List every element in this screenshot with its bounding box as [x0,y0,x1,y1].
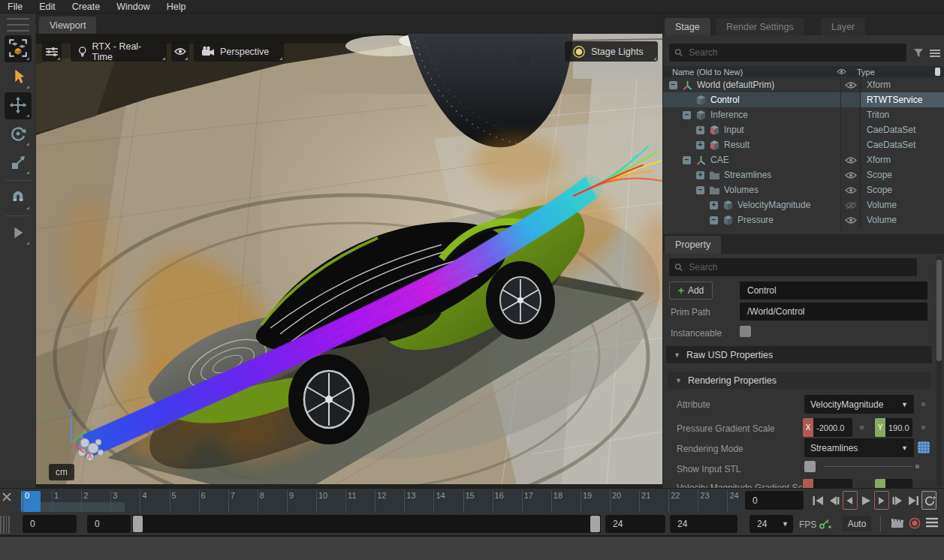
velocity-y-field[interactable] [885,479,912,488]
visibility-toggle[interactable] [840,137,860,152]
play-boxed-button[interactable] [874,491,889,510]
collapse-icon[interactable]: − [710,216,718,224]
skip-to-end-button[interactable] [906,491,921,510]
snap-tool-button[interactable] [5,185,32,212]
prim-path-field[interactable]: /World/Control [740,303,927,321]
visibility-toggle[interactable] [840,107,860,122]
collapse-icon[interactable]: − [669,81,677,89]
visibility-toggle[interactable] [840,77,860,92]
step-back-button[interactable] [827,491,842,510]
type-column-header[interactable]: Type [851,68,944,77]
tree-row-streamlines[interactable]: +StreamlinesScope [663,167,944,182]
move-tool-button[interactable] [5,92,32,119]
visibility-toggle[interactable] [840,212,860,227]
close-icon[interactable] [2,492,11,501]
stage-search-input[interactable] [687,47,901,59]
timeline-grip[interactable] [0,516,10,534]
tree-row-volumes[interactable]: −VolumesScope [663,182,944,197]
play-tool-button[interactable] [5,220,32,247]
add-button[interactable]: + Add [669,282,713,300]
toolbar-grip[interactable] [7,18,29,32]
visibility-toggle[interactable] [840,152,860,167]
visibility-button[interactable] [171,41,189,62]
range-end-field[interactable]: 24 [605,515,665,533]
fps-dropdown[interactable]: 24 ▼ [749,515,793,533]
scale-tool-button[interactable] [5,149,32,176]
tab-stage[interactable]: Stage [665,18,710,35]
menu-item-help[interactable]: Help [167,2,186,12]
tab-viewport[interactable]: Viewport [39,17,96,34]
expand-icon[interactable]: + [710,201,718,209]
play-button[interactable] [858,491,873,510]
visibility-toggle[interactable] [840,122,860,137]
viewport-canvas[interactable]: Z Y X RTX - Real-Time [36,34,662,484]
attribute-dropdown[interactable]: VelocityMagnitude ▼ [804,395,914,414]
keyframe-icon[interactable] [819,517,831,530]
rendering-mode-dropdown[interactable]: Streamlines ▼ [804,438,914,457]
clapperboard-icon[interactable] [891,517,904,528]
rendering-section-header[interactable]: ▼ Rendering Properties [668,372,930,389]
tree-row-cae[interactable]: −CAEXform [663,152,944,167]
menu-item-window[interactable]: Window [116,2,149,12]
stage-search[interactable] [669,44,906,62]
menu-item-create[interactable]: Create [72,2,101,12]
menu-item-edit[interactable]: Edit [39,2,56,12]
auto-key-button[interactable]: Auto [843,516,871,531]
playhead[interactable] [21,491,41,512]
instanceable-checkbox[interactable] [740,326,751,337]
visibility-toggle[interactable] [840,182,860,197]
tab-render-settings[interactable]: Render Settings [716,18,804,35]
tree-row-world-defaultprim-[interactable]: −World (defaultPrim)Xform [663,77,944,92]
play-backwards-button[interactable] [843,491,858,510]
show-input-stl-checkbox[interactable] [804,461,816,472]
raw-usd-section-header[interactable]: ▼ Raw USD Properties [666,346,932,363]
start-time-field[interactable]: 0 [23,515,77,533]
tree-row-velocitymagnitude[interactable]: +VelocityMagnitudeVolume [663,197,944,212]
viewport-settings-button[interactable] [42,41,62,62]
property-search[interactable] [669,258,917,276]
rotate-tool-button[interactable] [5,121,32,148]
skip-to-start-button[interactable] [811,491,826,510]
tree-row-input[interactable]: +InputCaeDataSet [663,122,944,137]
menu-item-file[interactable]: File [8,2,23,12]
scrollbar-right-handle[interactable] [590,516,600,532]
stage-options-icon[interactable] [929,49,941,58]
property-search-input[interactable] [687,261,912,273]
loop-button[interactable] [921,491,936,510]
prim-name-field[interactable]: Control [740,282,927,300]
timeline-scrollbar[interactable] [132,515,601,533]
tree-row-pressure[interactable]: −PressureVolume [663,212,944,227]
timeline-menu-icon[interactable] [925,517,939,528]
scrollbar-left-handle[interactable] [133,516,143,532]
tree-row-inference[interactable]: −InferenceTriton [663,107,944,122]
pressure-x-field[interactable]: -2000.0 [813,418,852,437]
property-scrollbar[interactable] [936,255,942,486]
collapse-icon[interactable]: − [683,156,691,164]
expand-icon[interactable]: + [696,171,704,179]
pressure-y-field[interactable]: 190.0 [885,418,912,437]
filter-icon[interactable] [913,48,924,58]
scrollbar-thumb[interactable] [936,260,942,361]
name-column-header[interactable]: Name (Old to New) [663,68,831,77]
tab-property[interactable]: Property [665,236,721,254]
timeline-ruler[interactable]: 0123456789101112131415161718192021222324 [12,490,742,513]
column-config-icon[interactable] [935,68,940,76]
visibility-toggle[interactable] [840,92,860,107]
visibility-toggle[interactable] [840,167,860,182]
velocity-x-field[interactable] [813,479,852,488]
grid-icon[interactable] [918,441,930,453]
tree-row-result[interactable]: +ResultCaeDataSet [663,137,944,152]
stage-lights-button[interactable]: Stage Lights [565,41,658,62]
end-time-field[interactable]: 24 [670,515,737,533]
tree-row-control[interactable]: ControlRTWTService [663,92,944,107]
select-tool-button[interactable] [5,64,32,91]
record-icon[interactable] [909,517,921,529]
expand-icon[interactable]: + [696,141,704,149]
selection-mode-tool-button[interactable] [5,35,32,62]
step-forward-button[interactable] [890,491,905,510]
renderer-button[interactable]: RTX - Real-Time [71,41,167,62]
collapse-icon[interactable]: − [683,111,691,119]
current-frame-field[interactable]: 0 [745,491,804,510]
expand-icon[interactable]: + [696,126,704,134]
tab-layer[interactable]: Layer [821,18,865,35]
